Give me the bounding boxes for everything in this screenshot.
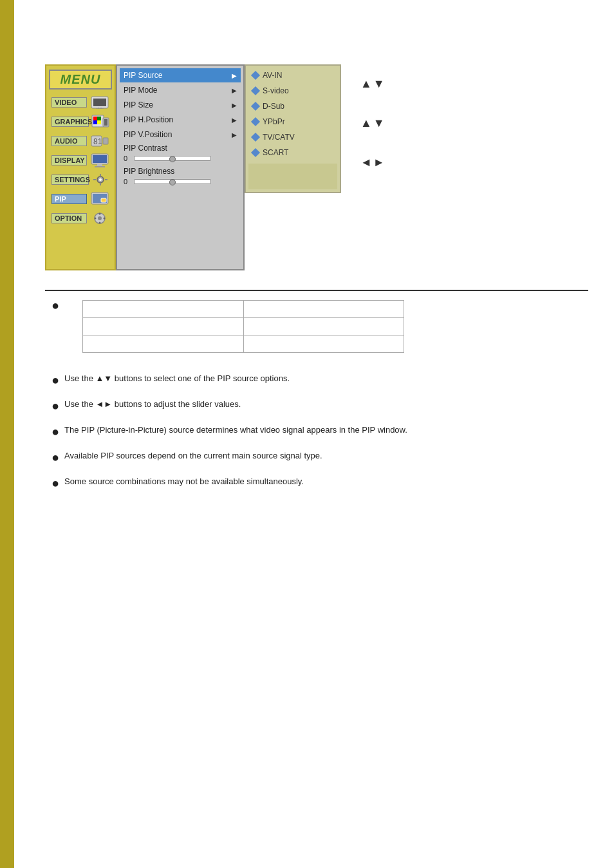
sidebar-label-option: OPTION [51, 213, 87, 223]
source-item-ypbpr[interactable]: YPbPr [248, 115, 337, 129]
svg-text:81: 81 [93, 137, 102, 146]
pip-source-label: PIP Source [124, 71, 162, 80]
nav-up-down-1: ▲▼ [360, 77, 386, 91]
bullet-item-6: ● Some source combinations may not be av… [51, 475, 582, 489]
source-label-scart: SCART [263, 148, 288, 157]
svg-point-29 [98, 216, 102, 220]
bullet-item-3: ● Use the ◄► buttons to adjust the slide… [51, 398, 582, 412]
source-item-dsub[interactable]: D-Sub [248, 99, 337, 113]
pip-contrast-label: PIP Contrast [124, 144, 237, 153]
svg-rect-27 [101, 198, 106, 202]
table-row [83, 335, 404, 353]
pip-menu-item-source[interactable]: PIP Source ▶ [120, 68, 241, 82]
svg-rect-11 [104, 119, 107, 126]
sidebar-item-pip[interactable]: PIP [49, 190, 112, 208]
pip-vpos-label: PIP V.Position [124, 130, 172, 139]
source-item-scart[interactable]: SCART [248, 146, 337, 160]
source-empty-row [248, 164, 337, 189]
nav-left-right: ◄► [360, 156, 386, 169]
svg-rect-17 [97, 164, 102, 166]
bullet-dot-3: ● [51, 399, 59, 412]
sidebar-label-graphics: GRAPHICS [51, 117, 89, 127]
bullet-dot-6: ● [51, 476, 59, 489]
sidebar-label-audio: AUDIO [51, 136, 87, 146]
pip-size-arrow: ▶ [232, 102, 237, 109]
svg-rect-1 [93, 99, 106, 106]
table-row [83, 301, 404, 318]
nav-up-down-2: ▲▼ [360, 117, 386, 130]
table-cell [83, 318, 244, 335]
svg-rect-18 [95, 166, 105, 167]
bullet-item-2: ● Use the ▲▼ buttons to select one of th… [51, 372, 582, 386]
svg-rect-7 [97, 117, 101, 120]
bullet-item-5: ● Available PIP sources depend on the cu… [51, 449, 582, 464]
sidebar-icon-pip [89, 191, 109, 207]
pip-vpos-arrow: ▶ [232, 131, 237, 138]
source-label-svideo: S-video [263, 86, 289, 95]
source-diamond-avin [251, 71, 260, 80]
sidebar-label-video: VIDEO [51, 97, 87, 108]
pip-menu-panel: PIP Source ▶ PIP Mode ▶ PIP Size ▶ PIP H… [116, 64, 245, 270]
sidebar-item-video[interactable]: VIDEO [49, 93, 112, 111]
source-item-tvcatv[interactable]: TV/CATV [248, 130, 337, 144]
pip-hpos-label: PIP H.Position [124, 115, 173, 124]
pip-menu-item-hpos[interactable]: PIP H.Position ▶ [120, 113, 241, 127]
bullet-dot-1: ● [51, 299, 59, 312]
svg-point-33 [103, 218, 105, 220]
svg-point-20 [99, 178, 102, 181]
bullet-text-5: Available PIP sources depend on the curr… [64, 449, 322, 462]
source-diamond-ypbpr [251, 117, 260, 126]
source-diamond-svideo [251, 86, 260, 95]
bullet-dot-5: ● [51, 451, 59, 464]
pip-contrast-value: 0 [124, 155, 131, 162]
source-diamond-scart [251, 148, 260, 157]
nav-arrows-block-1: ▲▼ [360, 77, 386, 91]
svg-point-30 [98, 213, 100, 215]
nav-arrows-column: ▲▼ ▲▼ ◄► [360, 77, 386, 169]
info-table [82, 300, 404, 353]
pip-menu-item-vpos[interactable]: PIP V.Position ▶ [120, 127, 241, 142]
pip-contrast-slider-track[interactable]: 0 [124, 155, 237, 162]
pip-menu-item-size[interactable]: PIP Size ▶ [120, 98, 241, 112]
nav-arrows-block-3: ◄► [360, 156, 386, 169]
sidebar-label-display: DISPLAY [51, 155, 87, 165]
pip-contrast-row: PIP Contrast 0 [120, 142, 241, 165]
left-sidebar-bar [0, 0, 14, 868]
pip-contrast-bar[interactable] [134, 156, 211, 161]
sidebar-icon-audio: 81 [89, 133, 109, 149]
pip-brightness-slider-track[interactable]: 0 [124, 178, 237, 185]
source-label-tvcatv: TV/CATV [263, 133, 295, 142]
source-label-ypbpr: YPbPr [263, 117, 285, 126]
table-cell [243, 301, 404, 318]
svg-rect-8 [93, 120, 97, 124]
nav-arrows-block-2: ▲▼ [360, 117, 386, 130]
sidebar-label-pip: PIP [51, 194, 87, 204]
sidebar-item-settings[interactable]: SETTINGS [49, 171, 112, 189]
sidebar-icon-video [89, 95, 109, 110]
svg-rect-9 [97, 120, 101, 124]
sidebar-item-graphics[interactable]: GRAPHICS [49, 113, 112, 131]
source-label-dsub: D-Sub [263, 102, 284, 111]
pip-brightness-label: PIP Brightness [124, 167, 237, 176]
sidebar-icon-graphics [91, 114, 109, 129]
pip-hpos-arrow: ▶ [232, 117, 237, 124]
svg-rect-6 [93, 117, 97, 120]
source-panel: AV-IN S-video D-Sub YPbPr TV/CATV [245, 64, 341, 193]
pip-menu-item-mode[interactable]: PIP Mode ▶ [120, 83, 241, 97]
pip-brightness-bar[interactable] [134, 179, 211, 184]
menu-section: MENU VIDEO [45, 64, 588, 270]
bullet-text-2: Use the ▲▼ buttons to select one of the … [64, 372, 290, 385]
sidebar-item-display[interactable]: DISPLAY [49, 151, 112, 169]
source-item-svideo[interactable]: S-video [248, 84, 337, 98]
pip-contrast-thumb [169, 156, 176, 162]
menu-title: MENU [49, 70, 112, 90]
sidebar-item-audio[interactable]: AUDIO 81 [49, 132, 112, 150]
sidebar-icon-settings [91, 172, 109, 187]
svg-rect-16 [93, 155, 107, 163]
source-item-avin[interactable]: AV-IN [248, 68, 337, 82]
bullet-dot-4: ● [51, 425, 59, 438]
bullet-item-table: ● [51, 297, 582, 361]
pip-brightness-thumb [169, 179, 176, 185]
source-diamond-tvcatv [251, 133, 260, 142]
sidebar-item-option[interactable]: OPTION [49, 209, 112, 227]
